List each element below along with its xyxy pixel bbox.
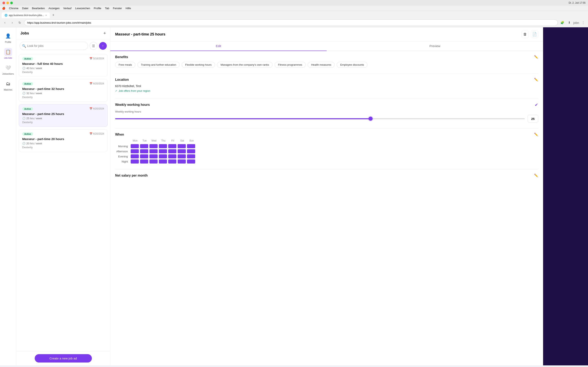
search-input[interactable] [20,42,88,50]
calendar-icon-1: 📅 [89,57,93,60]
night-mon[interactable] [131,159,139,164]
night-sat[interactable] [178,159,186,164]
weekly-hours-header: Weekly working hours ✔ [115,102,538,107]
benefits-title: Benefits [115,55,128,59]
evening-sun[interactable] [187,154,195,158]
afternoon-sat[interactable] [178,149,186,153]
new-tab-button[interactable]: + [51,12,56,18]
sidebar-item-jobseekers[interactable]: 🤍 Jobseekers [1,62,15,77]
net-salary-title: Net salary per month [115,174,148,177]
active-tab[interactable]: 🌐 app.business.tirol-tourism-jobs... × [2,12,50,18]
evening-fri[interactable] [168,154,176,158]
create-job-ad-button[interactable]: Create a new job ad [35,354,92,363]
forward-button[interactable]: › [9,20,15,25]
reload-button[interactable]: ↻ [17,20,22,25]
delete-button[interactable]: 🗑 [521,31,529,38]
day-mon: Mon [131,139,139,142]
chrome-menu[interactable]: Chrome [9,7,18,10]
close-button[interactable] [2,2,5,4]
evening-mon[interactable] [131,154,139,158]
job-card-3-title: Masseur - part-time 25 hours [22,112,104,116]
download-button[interactable]: ⬇ [566,20,572,25]
profile-menu[interactable]: Profile [94,7,101,10]
fenster-menu[interactable]: Fenster [113,7,122,10]
afternoon-fri[interactable] [168,149,176,153]
back-button[interactable]: ‹ [2,20,8,25]
when-row-morning: Morning [115,144,538,148]
job-card-4[interactable]: Active 📅 6/20/2024 Masseur - part-time 2… [19,129,108,152]
datei-menu[interactable]: Datei [22,7,28,10]
tab-close-button[interactable]: × [45,14,47,17]
benefit-tag-0: Free meals [115,62,135,68]
tab-preview[interactable]: Preview [327,42,543,51]
job-card-4-hours: 🕐 20 hrs / week [22,142,104,145]
morning-sun[interactable] [187,144,195,148]
when-title: When [115,133,124,136]
matches-icon: 🗂 [6,81,10,86]
hours-slider[interactable] [115,118,525,119]
benefits-edit-button[interactable]: ✏️ [534,55,538,59]
sidebar-item-matches[interactable]: 🗂 Matches [1,78,15,92]
morning-wed[interactable] [149,144,158,148]
evening-sat[interactable] [178,154,186,158]
tab-menu[interactable]: Tab [105,7,109,10]
weekly-hours-section: Weekly working hours ✔ Weekly working ho… [115,102,538,123]
afternoon-sun[interactable] [187,149,195,153]
url-input[interactable] [24,19,558,26]
night-wed[interactable] [149,159,158,164]
bearbeiten-menu[interactable]: Bearbeiten [32,7,45,10]
traffic-lights[interactable] [2,2,13,4]
minimize-button[interactable] [6,2,9,4]
clock-icon-1: 🕐 [22,67,26,70]
night-sun[interactable] [187,159,195,164]
morning-mon[interactable] [131,144,139,148]
check-icon: ✓ [115,89,117,92]
evening-thu[interactable] [159,154,167,158]
job-card-4-company: Dexterity [22,146,104,149]
job-card-3[interactable]: Active 📅 6/20/2024 Masseur - part-time 2… [19,104,108,127]
night-thu[interactable] [159,159,167,164]
afternoon-thu[interactable] [159,149,167,153]
jobseekers-icon: 🤍 [5,65,11,71]
job-card-1-badge: Active [22,57,33,60]
job-card-2[interactable]: Active 📅 6/20/2024 Masseur - part-time 3… [19,79,108,102]
sort-button[interactable]: ↑ [99,42,107,50]
verlauf-menu[interactable]: Verlauf [63,7,71,10]
evening-wed[interactable] [149,154,158,158]
morning-tue[interactable] [140,144,148,148]
anzeigen-menu[interactable]: Anzeigen [49,7,60,10]
sidebar-item-profile[interactable]: 👤 Profile [1,31,15,45]
tab-label: app.business.tirol-tourism-jobs... [9,14,44,17]
copy-button[interactable]: 📄 [531,31,538,38]
when-edit-button[interactable]: ✏️ [534,133,538,136]
morning-sat[interactable] [178,144,186,148]
job-card-2-hours: 🕐 32 hrs / week [22,92,104,95]
job-card-1-top: Active 📅 5/16/2024 [22,57,104,60]
morning-thu[interactable] [159,144,167,148]
extensions-button[interactable]: 🧩 [559,20,565,25]
evening-tue[interactable] [140,154,148,158]
lesezeichen-menu[interactable]: Lesezeichen [75,7,90,10]
location-edit-button[interactable]: ✏️ [534,78,538,82]
afternoon-wed[interactable] [149,149,158,153]
user-profile-button[interactable]: jobn [573,20,579,25]
calendar-icon-3: 📅 [89,107,93,110]
afternoon-tue[interactable] [140,149,148,153]
night-tue[interactable] [140,159,148,164]
profile-label: Profile [5,41,11,43]
tab-favicon: 🌐 [4,14,8,17]
filter-button[interactable]: ☰ [90,42,97,50]
maximize-button[interactable] [10,2,13,4]
night-fri[interactable] [168,159,176,164]
job-card-3-date: 📅 6/20/2024 [89,107,104,110]
job-card-1[interactable]: Active 📅 5/16/2024 Masseur - full time 4… [19,54,108,77]
morning-fri[interactable] [168,144,176,148]
sidebar-item-job-ads[interactable]: 📋 Job Ads [1,47,15,61]
apple-menu[interactable]: 🍎 [2,7,5,10]
net-salary-edit-button[interactable]: ✏️ [534,174,538,177]
add-job-button[interactable]: + [103,31,106,36]
hilfe-menu[interactable]: Hilfe [126,7,131,10]
afternoon-mon[interactable] [131,149,139,153]
menu-button[interactable]: ⋮ [580,20,586,25]
tab-edit[interactable]: Edit [110,42,327,51]
